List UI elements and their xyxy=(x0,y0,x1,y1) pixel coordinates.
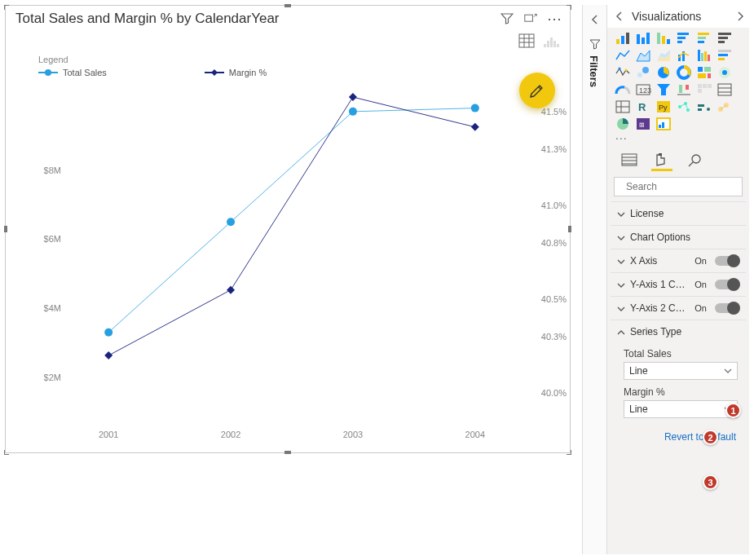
svg-point-12 xyxy=(45,69,51,76)
svg-rect-30 xyxy=(677,41,682,43)
resize-handle-right[interactable] xyxy=(568,226,571,232)
resize-handle-bottom[interactable] xyxy=(284,451,291,454)
viz-type-icon[interactable] xyxy=(675,65,693,80)
chevron-right-icon[interactable] xyxy=(734,11,746,22)
section-series-type[interactable]: Series Type xyxy=(611,320,746,343)
section-license[interactable]: License xyxy=(611,201,746,225)
chevron-down-icon xyxy=(617,304,625,312)
viz-type-icon[interactable] xyxy=(655,117,672,131)
section-chart-options[interactable]: Chart Options xyxy=(611,225,746,249)
chart-visual[interactable]: Total Sales and Margin % by CalendarYear… xyxy=(5,5,571,453)
x-tick: 2004 xyxy=(465,430,485,439)
search-field[interactable] xyxy=(624,180,750,193)
viz-type-icon[interactable] xyxy=(695,99,713,114)
viz-type-icon[interactable] xyxy=(634,65,652,80)
viz-type-icon[interactable] xyxy=(716,65,734,80)
x-tick: 2002 xyxy=(221,430,240,439)
resize-handle-left[interactable] xyxy=(4,226,7,232)
viz-type-icon[interactable] xyxy=(614,99,632,114)
viz-type-icon[interactable] xyxy=(716,31,734,46)
svg-rect-96 xyxy=(662,122,664,128)
svg-rect-95 xyxy=(659,125,661,128)
toggle-y-axis-2[interactable] xyxy=(715,303,739,313)
viz-type-icon[interactable] xyxy=(614,82,632,97)
filter-icon[interactable] xyxy=(500,11,514,26)
viz-type-icon[interactable] xyxy=(614,48,632,63)
svg-marker-37 xyxy=(637,51,650,61)
viz-type-icon[interactable] xyxy=(675,48,693,63)
viz-type-icon[interactable] xyxy=(614,65,632,80)
resize-handle-br[interactable] xyxy=(563,446,571,454)
search-input[interactable] xyxy=(614,177,743,196)
viz-type-icon[interactable] xyxy=(695,65,713,80)
more-visuals-icon[interactable]: ··· xyxy=(607,131,749,144)
analytics-tab-icon[interactable] xyxy=(686,152,703,167)
svg-rect-1 xyxy=(519,34,534,47)
viz-type-icon[interactable] xyxy=(716,99,734,114)
viz-type-icon[interactable] xyxy=(716,82,734,97)
viz-type-icon[interactable] xyxy=(614,31,632,46)
fields-tab-icon[interactable] xyxy=(620,152,638,167)
viz-type-icon[interactable] xyxy=(695,82,713,97)
revert-to-default-link[interactable]: Revert to default xyxy=(611,420,746,449)
show-as-table-icon[interactable] xyxy=(518,32,536,50)
svg-rect-28 xyxy=(677,33,689,35)
chevron-left-icon[interactable] xyxy=(614,11,625,22)
svg-rect-24 xyxy=(646,33,650,44)
format-tab-icon[interactable] xyxy=(653,152,671,167)
svg-point-16 xyxy=(349,108,357,116)
y-right-tick: 41.5% xyxy=(541,107,567,117)
funnel-icon xyxy=(589,39,601,51)
focus-mode-icon[interactable] xyxy=(523,12,539,25)
viz-type-icon[interactable]: Py xyxy=(655,99,672,114)
svg-rect-44 xyxy=(704,51,707,61)
chevron-left-icon[interactable] xyxy=(589,13,602,26)
legend-item-total-sales[interactable]: Total Sales xyxy=(38,68,107,77)
resize-handle-bl[interactable] xyxy=(4,446,12,454)
viz-type-icon[interactable]: R xyxy=(634,99,652,114)
more-options-icon[interactable]: ⋯ xyxy=(547,11,562,26)
viz-type-icon[interactable]: 123 xyxy=(634,82,652,97)
toggle-y-axis-1[interactable] xyxy=(715,280,739,289)
y-right-tick: 40.5% xyxy=(541,294,567,304)
section-y-axis-1[interactable]: Y-Axis 1 C… On xyxy=(611,272,746,296)
resize-handle-top[interactable] xyxy=(284,4,291,7)
svg-rect-35 xyxy=(718,37,728,39)
viz-type-icon[interactable] xyxy=(675,31,693,46)
resize-handle-tl[interactable] xyxy=(4,4,12,12)
y-left-tick: $4M xyxy=(44,303,61,313)
filters-pane-collapsed[interactable]: Filters xyxy=(582,5,606,554)
viz-type-icon[interactable] xyxy=(634,31,652,46)
edit-fab-button[interactable] xyxy=(519,73,555,108)
resize-handle-tr[interactable] xyxy=(563,4,571,12)
y-left-tick: $2M xyxy=(44,373,61,382)
viz-type-icon[interactable] xyxy=(634,48,652,63)
toggle-x-axis[interactable] xyxy=(715,256,739,266)
section-x-axis[interactable]: X Axis On xyxy=(611,249,746,272)
callout-badge-3: 3 xyxy=(703,474,718,490)
series-type-select-margin[interactable]: Line xyxy=(624,400,738,418)
section-y-axis-2[interactable]: Y-Axis 2 C… On xyxy=(611,296,746,320)
svg-rect-0 xyxy=(525,15,533,21)
viz-type-icon[interactable] xyxy=(655,82,672,97)
viz-type-icon[interactable] xyxy=(675,99,693,114)
panel-title: Visualizations xyxy=(632,10,734,23)
viz-type-icon[interactable] xyxy=(675,82,693,97)
svg-line-103 xyxy=(689,162,693,166)
viz-type-icon[interactable] xyxy=(655,65,672,80)
viz-type-icon[interactable] xyxy=(655,31,672,46)
viz-type-icon[interactable] xyxy=(614,117,632,131)
svg-rect-31 xyxy=(698,33,709,35)
viz-type-icon[interactable] xyxy=(695,48,713,63)
callout-badge-2: 2 xyxy=(703,430,718,445)
svg-rect-48 xyxy=(718,58,725,60)
viz-type-icon[interactable]: ⊞ xyxy=(634,117,652,131)
viz-type-icon[interactable] xyxy=(655,48,672,63)
legend-item-margin[interactable]: Margin % xyxy=(205,68,267,77)
viz-type-icon[interactable] xyxy=(695,31,713,46)
viz-type-icon[interactable] xyxy=(716,48,734,63)
svg-rect-65 xyxy=(686,85,689,90)
svg-point-51 xyxy=(637,73,642,77)
svg-text:R: R xyxy=(638,101,646,113)
series-type-select-total-sales[interactable]: Line xyxy=(624,362,738,380)
